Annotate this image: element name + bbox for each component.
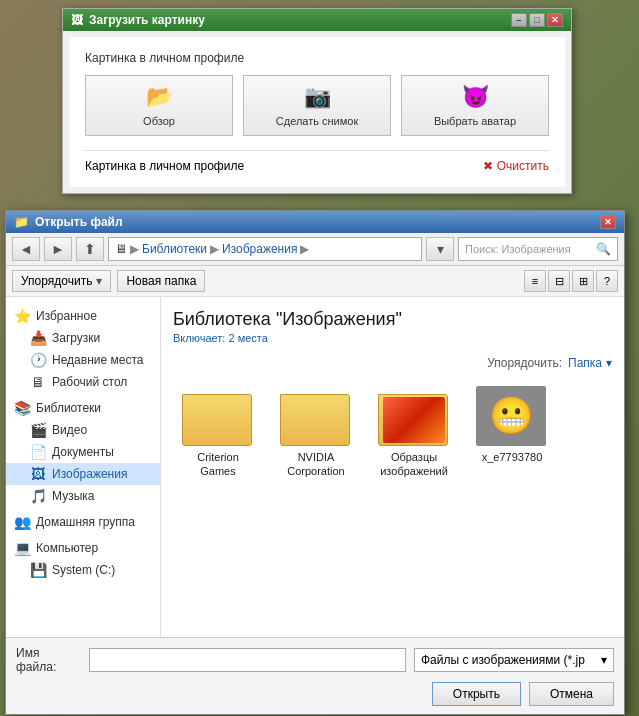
- arrange-chevron-icon: ▾: [606, 356, 612, 370]
- address-computer-icon: 🖥: [115, 242, 127, 256]
- sidebar-item-recent[interactable]: 🕐 Недавние места: [6, 349, 160, 371]
- sidebar-item-downloads[interactable]: 📥 Загрузки: [6, 327, 160, 349]
- sidebar-item-homegroup[interactable]: 👥 Домашняя группа: [6, 511, 160, 533]
- view-list-button[interactable]: ≡: [524, 270, 546, 292]
- folder-icon-criterion: [182, 386, 254, 446]
- open-button[interactable]: Открыть: [432, 682, 521, 706]
- sidebar-systemc-label: System (C:): [52, 563, 115, 577]
- view-detail-button[interactable]: ⊟: [548, 270, 570, 292]
- folder-open-icon: 📂: [146, 84, 173, 110]
- cancel-button-label: Отмена: [550, 687, 593, 701]
- address-dropdown-button[interactable]: ▾: [426, 237, 454, 261]
- sidebar-downloads-label: Загрузки: [52, 331, 100, 345]
- view-help-button[interactable]: ?: [596, 270, 618, 292]
- library-header: Библиотека "Изображения" Включает: 2 мес…: [173, 309, 612, 344]
- x-icon: ✖: [483, 159, 493, 173]
- video-icon: 🎬: [30, 422, 46, 438]
- folder-sample-images[interactable]: Образцы изображений: [369, 380, 459, 485]
- sidebar-item-documents[interactable]: 📄 Документы: [6, 441, 160, 463]
- file-dialog-titlebar: 📁 Открыть файл ✕: [6, 211, 624, 233]
- back-button[interactable]: ◄: [12, 237, 40, 261]
- cancel-button[interactable]: Отмена: [529, 682, 614, 706]
- upload-dialog-icon: 🖼: [71, 13, 83, 27]
- sidebar-libraries-section: 📚 Библиотеки 🎬 Видео 📄 Документы 🖼 Изобр…: [6, 397, 160, 507]
- upload-dialog: 🖼 Загрузить картинку – □ ✕ Картинка в ли…: [62, 8, 572, 194]
- up-button[interactable]: ⬆: [76, 237, 104, 261]
- documents-icon: 📄: [30, 444, 46, 460]
- folder-meme[interactable]: 😬 x_e7793780: [467, 380, 557, 485]
- sidebar-item-video[interactable]: 🎬 Видео: [6, 419, 160, 441]
- folder-label-criterion: Criterion Games: [179, 450, 257, 479]
- upload-buttons-row: 📂 Обзор 📷 Сделать снимок 😈 Выбрать авата…: [85, 75, 549, 136]
- file-sidebar: ⭐ Избранное 📥 Загрузки 🕐 Недавние места …: [6, 297, 161, 637]
- address-bar[interactable]: 🖥 ▶ Библиотеки ▶ Изображения ▶: [108, 237, 422, 261]
- library-subtitle-count[interactable]: 2 места: [228, 332, 267, 344]
- sidebar-item-desktop[interactable]: 🖥 Рабочий стол: [6, 371, 160, 393]
- file-dialog-title: Открыть файл: [35, 215, 123, 229]
- new-folder-label: Новая папка: [126, 274, 196, 288]
- footer-buttons-row: Открыть Отмена: [16, 682, 614, 706]
- browse-button[interactable]: 📂 Обзор: [85, 75, 233, 136]
- view-controls: ≡ ⊟ ⊞ ?: [524, 270, 618, 292]
- upload-win-controls: – □ ✕: [511, 13, 563, 27]
- images-icon: 🖼: [30, 466, 46, 482]
- sidebar-images-label: Изображения: [52, 467, 127, 481]
- address-libraries-link[interactable]: Библиотеки: [142, 242, 207, 256]
- clear-button[interactable]: ✖ Очистить: [483, 159, 549, 173]
- troll-face-icon: 😬: [489, 395, 534, 437]
- homegroup-icon: 👥: [14, 514, 30, 530]
- upload-dialog-title: Загрузить картинку: [89, 13, 205, 27]
- avatar-button-label: Выбрать аватар: [434, 115, 516, 127]
- upload-maximize-button[interactable]: □: [529, 13, 545, 27]
- sidebar-item-systemc[interactable]: 💾 System (C:): [6, 559, 160, 581]
- file-close-button[interactable]: ✕: [600, 215, 616, 229]
- computer-icon: 💻: [14, 540, 30, 556]
- upload-footer-label: Картинка в личном профиле: [85, 159, 244, 173]
- drive-icon: 💾: [30, 562, 46, 578]
- forward-button[interactable]: ►: [44, 237, 72, 261]
- sidebar-music-label: Музыка: [52, 489, 94, 503]
- folder-nvidia[interactable]: NVIDIA Corporation: [271, 380, 361, 485]
- footer-filename-row: Имя файла: Файлы с изображениями (*.jp ▾: [16, 646, 614, 674]
- avatar-button[interactable]: 😈 Выбрать аватар: [401, 75, 549, 136]
- upload-close-button[interactable]: ✕: [547, 13, 563, 27]
- organize-button[interactable]: Упорядочить: [12, 270, 111, 292]
- open-button-label: Открыть: [453, 687, 500, 701]
- arrange-value: Папка: [568, 356, 602, 370]
- sidebar-favorites-section: ⭐ Избранное 📥 Загрузки 🕐 Недавние места …: [6, 305, 160, 393]
- avatar-icon: 😈: [462, 84, 489, 110]
- sidebar-item-images[interactable]: 🖼 Изображения: [6, 463, 160, 485]
- sidebar-homegroup-section: 👥 Домашняя группа: [6, 511, 160, 533]
- snapshot-button[interactable]: 📷 Сделать снимок: [243, 75, 391, 136]
- upload-minimize-button[interactable]: –: [511, 13, 527, 27]
- folder-criterion-games[interactable]: Criterion Games: [173, 380, 263, 485]
- desktop-icon: 🖥: [30, 374, 46, 390]
- file-actions-toolbar: Упорядочить Новая папка ≡ ⊟ ⊞ ?: [6, 266, 624, 297]
- library-subtitle-prefix: Включает:: [173, 332, 225, 344]
- arrange-label: Упорядочить:: [487, 356, 562, 370]
- arrange-value-button[interactable]: Папка ▾: [568, 356, 612, 370]
- view-tile-button[interactable]: ⊞: [572, 270, 594, 292]
- library-title: Библиотека "Изображения": [173, 309, 612, 330]
- sidebar-item-music[interactable]: 🎵 Музыка: [6, 485, 160, 507]
- filetype-select[interactable]: Файлы с изображениями (*.jp ▾: [414, 648, 614, 672]
- sidebar-item-computer[interactable]: 💻 Компьютер: [6, 537, 160, 559]
- filename-input[interactable]: [89, 648, 406, 672]
- folder-label-nvidia: NVIDIA Corporation: [277, 450, 355, 479]
- file-main-area: ⭐ Избранное 📥 Загрузки 🕐 Недавние места …: [6, 297, 624, 637]
- file-dialog-title-area: 📁 Открыть файл: [14, 215, 123, 229]
- sidebar-video-label: Видео: [52, 423, 87, 437]
- sidebar-documents-label: Документы: [52, 445, 114, 459]
- star-icon: ⭐: [14, 308, 30, 324]
- address-images-link[interactable]: Изображения: [222, 242, 297, 256]
- sidebar-recent-label: Недавние места: [52, 353, 143, 367]
- file-win-controls: ✕: [600, 215, 616, 229]
- upload-footer: Картинка в личном профиле ✖ Очистить: [85, 150, 549, 173]
- search-box[interactable]: Поиск: Изображения 🔍: [458, 237, 618, 261]
- file-dialog-icon: 📁: [14, 215, 29, 229]
- new-folder-button[interactable]: Новая папка: [117, 270, 205, 292]
- filetype-value: Файлы с изображениями (*.jp: [421, 653, 585, 667]
- sidebar-homegroup-label: Домашняя группа: [36, 515, 135, 529]
- recent-icon: 🕐: [30, 352, 46, 368]
- folder-icon-nvidia: [280, 386, 352, 446]
